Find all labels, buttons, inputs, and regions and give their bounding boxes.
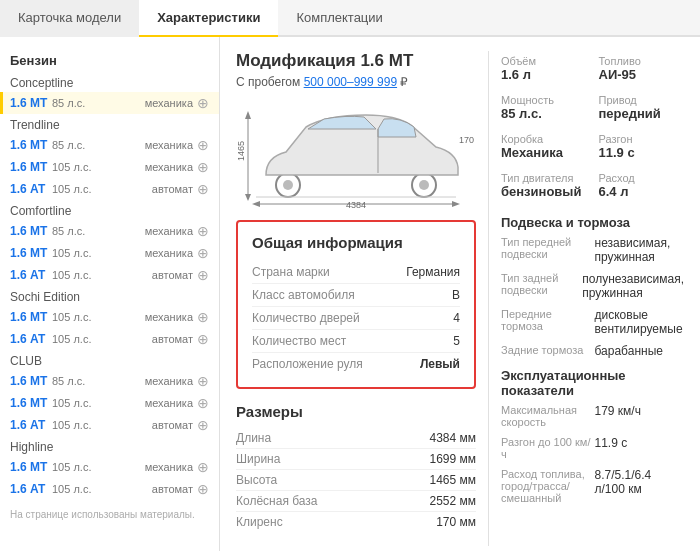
spec-label: Расход	[599, 172, 685, 184]
sidebar: Бензин Conceptline 1.6 МТ 85 л.с. механи…	[0, 37, 220, 551]
spec-label: Привод	[599, 94, 685, 106]
add-button[interactable]: ⊕	[197, 267, 209, 283]
car-diagram	[236, 97, 476, 207]
group-highline: Highline 1.6 МТ 105 л.с. механика ⊕ 1.6 …	[0, 436, 219, 500]
hp-spec: 105 л.с.	[52, 183, 148, 195]
model-name: 1.6 МТ	[10, 138, 48, 152]
fuel-section-label: Бензин	[0, 47, 219, 72]
add-button[interactable]: ⊕	[197, 159, 209, 175]
sidebar-item[interactable]: 1.6 АТ 105 л.с. автомат ⊕	[0, 328, 219, 350]
model-name: 1.6 АТ	[10, 268, 48, 282]
trans-spec: автомат	[152, 419, 193, 431]
modification-block: Модификация 1.6 МТ С пробегом 500 000–99…	[236, 51, 476, 89]
sidebar-item[interactable]: 1.6 МТ 85 л.с. механика ⊕	[0, 370, 219, 392]
trans-spec: механика	[145, 97, 193, 109]
tab-configurations[interactable]: Комплектации	[278, 0, 400, 37]
model-name: 1.6 АТ	[10, 418, 48, 432]
susp-val: независимая, пружинная	[595, 236, 685, 264]
spec-acceleration: Разгон 11.9 с	[599, 129, 685, 164]
sidebar-item[interactable]: 1.6 МТ 105 л.с. механика ⊕	[0, 392, 219, 414]
info-key: Страна марки	[252, 265, 406, 279]
spec-value: 1.6 л	[501, 67, 587, 82]
info-row-country: Страна марки Германия	[252, 261, 460, 284]
content-area: Модификация 1.6 МТ С пробегом 500 000–99…	[220, 37, 700, 551]
content-left: Модификация 1.6 МТ С пробегом 500 000–99…	[236, 51, 476, 546]
group-comfortline: Comfortline 1.6 МТ 85 л.с. механика ⊕ 1.…	[0, 200, 219, 286]
susp-row-rear-brake: Задние тормоза барабанные	[501, 344, 684, 358]
hp-spec: 105 л.с.	[52, 161, 141, 173]
group-sochi: Sochi Edition 1.6 МТ 105 л.с. механика ⊕…	[0, 286, 219, 350]
top-specs-grid: Объём 1.6 л Топливо АИ-95 Мощность 85 л.…	[501, 51, 684, 203]
trans-spec: автомат	[152, 183, 193, 195]
susp-key: Тип передней подвески	[501, 236, 591, 264]
add-button[interactable]: ⊕	[197, 373, 209, 389]
svg-marker-7	[245, 111, 251, 119]
add-button[interactable]: ⊕	[197, 137, 209, 153]
tab-card[interactable]: Карточка модели	[0, 0, 139, 37]
spec-volume: Объём 1.6 л	[501, 51, 587, 86]
model-name: 1.6 МТ	[10, 96, 48, 110]
add-button[interactable]: ⊕	[197, 331, 209, 347]
modification-price: С пробегом 500 000–999 999 ₽	[236, 75, 476, 89]
info-row-class: Класс автомобиля B	[252, 284, 460, 307]
model-name: 1.6 МТ	[10, 160, 48, 174]
spec-label: Коробка	[501, 133, 587, 145]
perf-key: Расход топлива, город/трасса/смешанный	[501, 468, 591, 504]
trans-spec: автомат	[152, 269, 193, 281]
group-title-comfortline: Comfortline	[0, 200, 219, 220]
size-row-width: Ширина 1699 мм	[236, 449, 476, 470]
svg-point-3	[419, 180, 429, 190]
add-button[interactable]: ⊕	[197, 245, 209, 261]
svg-point-1	[283, 180, 293, 190]
sidebar-item[interactable]: 1.6 МТ 85 л.с. механика ⊕	[0, 92, 219, 114]
add-button[interactable]: ⊕	[197, 223, 209, 239]
add-button[interactable]: ⊕	[197, 309, 209, 325]
sidebar-item[interactable]: 1.6 АТ 105 л.с. автомат ⊕	[0, 478, 219, 500]
add-button[interactable]: ⊕	[197, 417, 209, 433]
sidebar-item[interactable]: 1.6 АТ 105 л.с. автомат ⊕	[0, 414, 219, 436]
spec-consumption: Расход 6.4 л	[599, 168, 685, 203]
performance-section: Эксплуатационные показатели Максимальная…	[501, 368, 684, 504]
tabs-bar: Карточка модели Характеристики Комплекта…	[0, 0, 700, 37]
model-name: 1.6 МТ	[10, 460, 48, 474]
group-trendline: Trendline 1.6 МТ 85 л.с. механика ⊕ 1.6 …	[0, 114, 219, 200]
add-button[interactable]: ⊕	[197, 395, 209, 411]
perf-val: 8.7/5.1/6.4 л/100 км	[595, 468, 685, 504]
susp-key: Тип задней подвески	[501, 272, 578, 300]
info-key: Количество мест	[252, 334, 453, 348]
spec-value: Механика	[501, 145, 587, 160]
sidebar-item[interactable]: 1.6 МТ 105 л.с. механика ⊕	[0, 456, 219, 478]
spec-label: Топливо	[599, 55, 685, 67]
spec-fuel: Топливо АИ-95	[599, 51, 685, 86]
info-row-wheel: Расположение руля Левый	[252, 353, 460, 375]
sidebar-item[interactable]: 1.6 МТ 105 л.с. механика ⊕	[0, 306, 219, 328]
add-button[interactable]: ⊕	[197, 95, 209, 111]
sidebar-item[interactable]: 1.6 АТ 105 л.с. автомат ⊕	[0, 264, 219, 286]
spec-value: 11.9 с	[599, 145, 685, 160]
content-right: Объём 1.6 л Топливо АИ-95 Мощность 85 л.…	[488, 51, 684, 546]
size-val: 1699 мм	[429, 452, 476, 466]
hp-spec: 105 л.с.	[52, 483, 148, 495]
perf-key: Разгон до 100 км/ч	[501, 436, 591, 460]
sidebar-item[interactable]: 1.6 МТ 85 л.с. механика ⊕	[0, 134, 219, 156]
group-club: CLUB 1.6 МТ 85 л.с. механика ⊕ 1.6 МТ 10…	[0, 350, 219, 436]
perf-row-speed: Максимальная скорость 179 км/ч	[501, 404, 684, 428]
group-title-club: CLUB	[0, 350, 219, 370]
add-button[interactable]: ⊕	[197, 481, 209, 497]
hp-spec: 105 л.с.	[52, 397, 141, 409]
perf-val: 11.9 с	[595, 436, 685, 460]
svg-marker-11	[452, 201, 460, 207]
spec-engine-type: Тип двигателя бензиновый	[501, 168, 587, 203]
sidebar-item[interactable]: 1.6 АТ 105 л.с. автомат ⊕	[0, 178, 219, 200]
sidebar-item[interactable]: 1.6 МТ 105 л.с. механика ⊕	[0, 242, 219, 264]
sidebar-item[interactable]: 1.6 МТ 105 л.с. механика ⊕	[0, 156, 219, 178]
trans-spec: механика	[145, 139, 193, 151]
susp-val: дисковые вентилируемые	[595, 308, 685, 336]
hp-spec: 105 л.с.	[52, 333, 148, 345]
add-button[interactable]: ⊕	[197, 459, 209, 475]
add-button[interactable]: ⊕	[197, 181, 209, 197]
sizes-section: Размеры Длина 4384 мм Ширина 1699 мм Выс…	[236, 403, 476, 532]
sidebar-item[interactable]: 1.6 МТ 85 л.с. механика ⊕	[0, 220, 219, 242]
tab-characteristics[interactable]: Характеристики	[139, 0, 278, 37]
price-link[interactable]: 500 000–999 999	[304, 75, 397, 89]
